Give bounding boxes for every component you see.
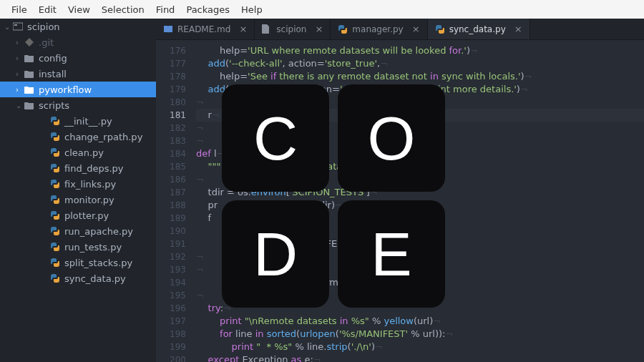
code-line[interactable]: add('--check-all', action='store_true',¬	[196, 57, 644, 70]
folder-scipion[interactable]: ⌄scipion	[0, 19, 156, 34]
tab-label: manager.py	[352, 24, 403, 34]
code-line[interactable]: set format") % folder¬	[196, 276, 644, 289]
line-number: 184	[156, 147, 186, 160]
menu-selection[interactable]: Selection	[96, 4, 150, 15]
code-line[interactable]: try:¬	[196, 302, 644, 315]
file-plotter-py[interactable]: plotter.py	[0, 207, 156, 223]
folder-pyworkflow[interactable]: ›pyworkflow	[0, 82, 156, 97]
python-icon	[50, 210, 63, 220]
code-line[interactable]: pr ets (tdir)¬	[196, 199, 644, 212]
code-line[interactable]: for line in sorted(urlopen('%s/MANIFEST'…	[196, 328, 644, 341]
line-number: 183	[156, 134, 186, 147]
git-icon	[24, 37, 37, 47]
svg-rect-1	[14, 24, 17, 26]
py-icon	[435, 24, 445, 34]
line-number: 188	[156, 199, 186, 212]
file-change_rpath-py[interactable]: change_rpath.py	[0, 129, 156, 145]
line-number: 199	[156, 341, 186, 353]
folder-icon	[24, 101, 37, 109]
python-icon	[50, 116, 63, 126]
code-line[interactable]: print " * %s" % line.strip('./\n')¬	[196, 341, 644, 353]
file-run_apache-py[interactable]: run_apache.py	[0, 223, 156, 239]
folder-config[interactable]: ›config	[0, 50, 156, 66]
file-split_stacks-py[interactable]: split_stacks.py	[0, 255, 156, 270]
close-icon[interactable]: ×	[311, 24, 323, 34]
code-line[interactable]: add('-v', '--verbose', action='store_tru…	[196, 83, 644, 96]
python-icon	[50, 226, 63, 236]
close-icon[interactable]: ×	[510, 24, 522, 34]
code-line[interactable]: except Exception as e:¬	[196, 353, 644, 362]
line-number: 193	[156, 263, 186, 276]
code-line[interactable]: f ed( ):¬	[196, 212, 644, 225]
code-line[interactable]: ¬	[196, 250, 644, 263]
code-line[interactable]: help='See if there is any remote dataset…	[196, 70, 644, 83]
code-line[interactable]: def l¬	[196, 147, 644, 160]
book-icon	[163, 25, 173, 34]
menu-help[interactable]: Help	[235, 4, 268, 15]
menu-edit[interactable]: Edit	[33, 4, 62, 15]
file-clean-py[interactable]: clean.py	[0, 145, 156, 160]
code-area[interactable]: 1761771781791801811821831841851861871881…	[156, 40, 644, 362]
tree-label: scripts	[37, 100, 69, 111]
line-number: 187	[156, 186, 186, 199]
code-line[interactable]: ¬	[196, 289, 644, 302]
line-number: 179	[156, 83, 186, 96]
folder-scripts[interactable]: ⌄scripts	[0, 97, 156, 113]
folder-install[interactable]: ›install	[0, 66, 156, 82]
python-icon	[50, 163, 63, 173]
menu-packages[interactable]: Packages	[180, 4, 235, 15]
tab-manager-py[interactable]: manager.py×	[331, 19, 427, 39]
line-number: 180	[156, 96, 186, 109]
python-icon	[50, 132, 63, 142]
code-line[interactable]: ¬	[196, 263, 644, 276]
code-line[interactable]: help='URL where remote datasets will be …	[196, 44, 644, 57]
code-line[interactable]: ¬	[196, 122, 644, 134]
line-number: 192	[156, 250, 186, 263]
close-icon[interactable]: ×	[408, 24, 420, 34]
code-line[interactable]: tdir = os.environ['SCIPION_TESTS']¬	[196, 186, 644, 199]
tree-label: run_apache.py	[63, 226, 133, 237]
file-monitor-py[interactable]: monitor.py	[0, 192, 156, 207]
line-number: 176	[156, 44, 186, 57]
code-line[interactable]: ¬	[196, 134, 644, 147]
file-fix_links-py[interactable]: fix_links.py	[0, 176, 156, 192]
code-line[interactable]: ¬	[196, 173, 644, 186]
tab-README-md[interactable]: README.md×	[156, 19, 255, 39]
code-lines[interactable]: help='URL where remote datasets will be …	[192, 40, 644, 362]
menu-find[interactable]: Find	[150, 4, 181, 15]
file-sync_data-py[interactable]: sync_data.py	[0, 270, 156, 286]
file-__init__-py[interactable]: __init__.py	[0, 113, 156, 129]
arrow-icon: ›	[16, 54, 24, 62]
tab-sync_data-py[interactable]: sync_data.py×	[428, 19, 530, 39]
tree-label: __init__.py	[63, 116, 112, 127]
menu-view[interactable]: View	[62, 4, 96, 15]
code-line[interactable]: oi MANIFEST')):¬	[196, 238, 644, 250]
menu-file[interactable]: File	[6, 4, 33, 15]
tab-label: sync_data.py	[449, 24, 506, 34]
tree-label: sync_data.py	[63, 273, 126, 284]
arrow-icon: ⌄	[4, 23, 13, 31]
line-number: 189	[156, 212, 186, 225]
tree-label: .git	[37, 37, 54, 48]
folder-icon	[24, 54, 37, 62]
tree-label: monitor.py	[63, 195, 114, 205]
line-number: 197	[156, 315, 186, 328]
file-find_deps-py[interactable]: find_deps.py	[0, 160, 156, 176]
file--git[interactable]: ›.git	[0, 34, 156, 50]
workspace: ⌄scipion›.git›config›install›pyworkflow⌄…	[0, 19, 644, 362]
python-icon	[50, 147, 63, 157]
close-icon[interactable]: ×	[235, 24, 247, 34]
file-icon	[262, 24, 272, 34]
line-number: 190	[156, 225, 186, 238]
code-line[interactable]: r¬	[196, 109, 644, 122]
code-line[interactable]: print "\nRemote datasets in %s" % yellow…	[196, 315, 644, 328]
code-line[interactable]: ¬	[196, 96, 644, 109]
code-line[interactable]: """ atasets """¬	[196, 160, 644, 173]
code-line[interactable]: di ¬	[196, 225, 644, 238]
line-number: 181	[156, 109, 186, 122]
line-number: 177	[156, 57, 186, 70]
file-run_tests-py[interactable]: run_tests.py	[0, 239, 156, 255]
tree-label: run_tests.py	[63, 242, 122, 253]
tab-scipion[interactable]: scipion×	[255, 19, 331, 39]
editor-pane: README.md×scipion×manager.py×sync_data.p…	[156, 19, 644, 362]
